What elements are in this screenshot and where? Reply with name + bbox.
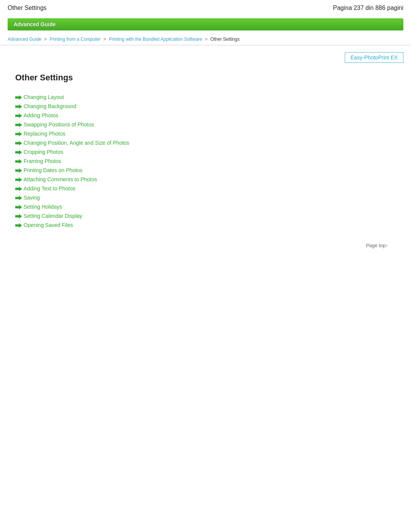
- svg-marker-5: [15, 141, 22, 145]
- list-item: Setting Calendar Display: [15, 213, 396, 219]
- page-top-link[interactable]: Page top↑: [366, 243, 388, 248]
- svg-marker-9: [15, 177, 22, 182]
- breadcrumb-link-1[interactable]: Advanced Guide: [8, 37, 41, 42]
- link-item-11[interactable]: Saving: [24, 195, 40, 201]
- page-title-header: Other Settings: [8, 5, 46, 11]
- list-item: Attaching Comments to Photos: [15, 176, 396, 182]
- svg-marker-10: [15, 187, 22, 191]
- link-list: Changing Layout Changing Background Addi…: [15, 94, 396, 228]
- link-item-6[interactable]: Cropping Photos: [24, 149, 63, 155]
- link-item-4[interactable]: Replacing Photos: [24, 131, 65, 137]
- list-item: Adding Photos: [15, 112, 396, 118]
- list-item: Cropping Photos: [15, 149, 396, 155]
- svg-marker-6: [15, 150, 22, 155]
- link-item-12[interactable]: Setting Holidays: [24, 204, 62, 210]
- svg-marker-4: [15, 132, 22, 136]
- main-title: Other Settings: [15, 73, 396, 85]
- arrow-icon: [15, 223, 22, 227]
- svg-marker-3: [15, 123, 22, 127]
- link-item-0[interactable]: Changing Layout: [24, 94, 64, 100]
- link-item-3[interactable]: Swapping Positions of Photos: [24, 121, 94, 128]
- arrow-icon: [15, 177, 22, 182]
- link-item-2[interactable]: Adding Photos: [24, 112, 58, 118]
- arrow-icon: [15, 95, 22, 99]
- list-item: Changing Position, Angle and Size of Pho…: [15, 140, 396, 146]
- link-item-1[interactable]: Changing Background: [24, 103, 76, 109]
- page-header: Other Settings Pagina 237 din 886 pagini: [0, 0, 411, 15]
- product-badge-container: Easy-PhotoPrint EX: [0, 49, 411, 66]
- list-item: Printing Dates on Photos: [15, 167, 396, 173]
- svg-marker-13: [15, 214, 22, 219]
- svg-marker-2: [15, 113, 22, 118]
- breadcrumb-link-3[interactable]: Printing with the Bundled Application So…: [109, 37, 202, 42]
- breadcrumb-current: Other Settings: [210, 37, 240, 42]
- svg-marker-1: [15, 104, 22, 109]
- arrow-icon: [15, 150, 22, 154]
- svg-marker-12: [15, 205, 22, 209]
- content-area: Other Settings Changing Layout Changing …: [0, 69, 411, 264]
- link-item-8[interactable]: Printing Dates on Photos: [24, 167, 83, 173]
- arrow-icon: [15, 122, 22, 127]
- list-item: Changing Layout: [15, 94, 396, 100]
- svg-marker-14: [15, 223, 22, 228]
- arrow-icon: [15, 104, 22, 109]
- arrow-icon: [15, 159, 22, 163]
- list-item: Saving: [15, 195, 396, 201]
- list-item: Framing Photos: [15, 158, 396, 164]
- arrow-icon: [15, 141, 22, 145]
- breadcrumb-separator-2: >: [104, 37, 107, 42]
- arrow-icon: [15, 186, 22, 191]
- svg-marker-0: [15, 95, 22, 100]
- link-item-5[interactable]: Changing Position, Angle and Size of Pho…: [24, 140, 129, 146]
- svg-marker-8: [15, 168, 22, 173]
- banner-label: Advanced Guide: [14, 21, 56, 27]
- list-item: Changing Background: [15, 103, 396, 109]
- advanced-guide-banner: Advanced Guide: [8, 18, 403, 30]
- page-top-section: Page top↑: [15, 231, 396, 256]
- product-badge: Easy-PhotoPrint EX: [345, 52, 403, 63]
- list-item: Replacing Photos: [15, 131, 396, 137]
- list-item: Setting Holidays: [15, 204, 396, 210]
- arrow-icon: [15, 131, 22, 136]
- link-item-13[interactable]: Setting Calendar Display: [24, 213, 82, 219]
- breadcrumb-link-2[interactable]: Printing from a Computer: [49, 37, 100, 42]
- svg-marker-7: [15, 159, 22, 164]
- list-item: Opening Saved Files: [15, 222, 396, 228]
- link-item-10[interactable]: Adding Text to Photos: [24, 185, 75, 192]
- arrow-icon: [15, 113, 22, 118]
- link-item-7[interactable]: Framing Photos: [24, 158, 61, 164]
- list-item: Swapping Positions of Photos: [15, 121, 396, 128]
- arrow-icon: [15, 214, 22, 218]
- link-item-14[interactable]: Opening Saved Files: [24, 222, 73, 228]
- arrow-icon: [15, 204, 22, 209]
- page-number: Pagina 237 din 886 pagini: [333, 5, 403, 11]
- list-item: Adding Text to Photos: [15, 185, 396, 192]
- link-item-9[interactable]: Attaching Comments to Photos: [24, 176, 97, 182]
- breadcrumb-separator-3: >: [205, 37, 209, 42]
- svg-marker-11: [15, 196, 22, 200]
- arrow-icon: [15, 195, 22, 200]
- breadcrumb-separator-1: >: [44, 37, 48, 42]
- breadcrumb: Advanced Guide > Printing from a Compute…: [0, 34, 411, 45]
- arrow-icon: [15, 168, 22, 173]
